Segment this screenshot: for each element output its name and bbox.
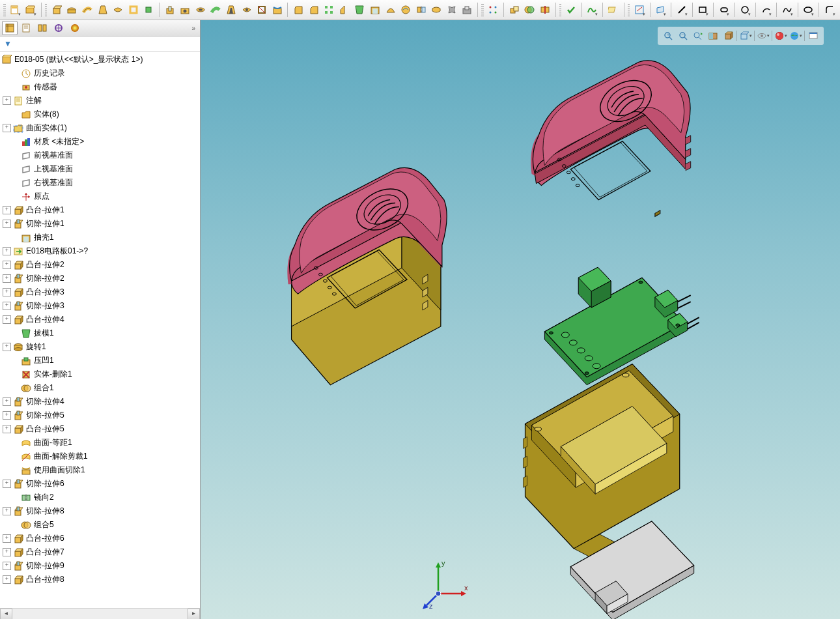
boss-tool-button[interactable] <box>142 2 156 18</box>
cut-surface-button[interactable] <box>270 2 285 18</box>
revolve-cut-button[interactable] <box>193 2 208 18</box>
tree-node[interactable]: +凸台-拉伸6 <box>0 532 200 545</box>
combine-button[interactable] <box>523 2 537 18</box>
expand-toggle[interactable]: + <box>3 274 11 283</box>
revolve-boss-button[interactable] <box>65 2 79 18</box>
expand-toggle[interactable]: + <box>3 425 11 433</box>
loft-cut-button[interactable] <box>224 2 238 18</box>
expand-toggle[interactable]: + <box>3 480 11 488</box>
collapse-panel-button[interactable]: » <box>189 25 198 32</box>
tree-node[interactable]: 镜向2 <box>0 491 200 504</box>
tree-node[interactable]: 实体-删除1 <box>0 367 200 381</box>
slot-button[interactable] <box>717 2 731 18</box>
shell-button[interactable] <box>368 2 382 18</box>
tree-node[interactable]: 曲面-解除剪裁1 <box>0 450 200 463</box>
sweep-button[interactable] <box>80 2 94 18</box>
expand-toggle[interactable]: + <box>3 220 11 228</box>
tree-node[interactable]: +切除-拉伸9 <box>0 559 200 573</box>
expand-toggle[interactable]: + <box>3 206 11 214</box>
expand-toggle[interactable]: + <box>3 562 11 570</box>
fillet-button[interactable] <box>291 2 305 18</box>
orientation-triad[interactable]: x y z <box>419 558 471 610</box>
expand-toggle[interactable]: + <box>3 124 11 132</box>
horizontal-scrollbar[interactable]: ◄ ► <box>0 608 200 619</box>
property-tab[interactable] <box>18 21 34 35</box>
thicken-button[interactable] <box>126 2 141 18</box>
sketch-button[interactable] <box>632 2 647 18</box>
scroll-left-button[interactable]: ◄ <box>0 609 12 619</box>
tree-node[interactable]: 上视基准面 <box>0 162 200 176</box>
toolbar-grip[interactable] <box>3 3 6 16</box>
toolbar-grip[interactable] <box>481 3 484 16</box>
tree-node[interactable]: +凸台-拉伸3 <box>0 285 200 299</box>
curve-button[interactable] <box>585 2 600 18</box>
boundary-button[interactable] <box>111 2 125 18</box>
flex-button[interactable] <box>429 2 443 18</box>
tree-node[interactable]: +切除-拉伸6 <box>0 477 200 491</box>
tree-node[interactable]: +曲面实体(1) <box>0 121 200 135</box>
tree-node[interactable]: +切除-拉伸1 <box>0 217 200 231</box>
dome-button[interactable] <box>384 2 398 18</box>
tree-filter-bar[interactable]: ▼ <box>0 36 200 51</box>
tree-node[interactable]: 材质 <未指定> <box>0 135 200 149</box>
tree-node[interactable]: +切除-拉伸4 <box>0 395 200 409</box>
open-button[interactable] <box>23 2 38 18</box>
deform-button[interactable] <box>445 2 459 18</box>
feature-tree-tab[interactable] <box>2 21 18 35</box>
expand-toggle[interactable]: + <box>3 343 11 351</box>
expand-toggle[interactable]: + <box>3 302 11 310</box>
expand-toggle[interactable]: + <box>3 288 11 296</box>
ref-geom-button[interactable] <box>606 2 621 18</box>
scroll-track[interactable] <box>12 609 188 619</box>
tree-node[interactable]: 抽壳1 <box>0 231 200 244</box>
mirror-button[interactable] <box>414 2 428 18</box>
arc-button[interactable] <box>759 2 774 18</box>
tree-node[interactable]: +凸台-拉伸1 <box>0 203 200 217</box>
scroll-right-button[interactable]: ► <box>188 609 200 619</box>
expand-toggle[interactable]: + <box>3 397 11 406</box>
check-button[interactable] <box>564 2 578 18</box>
expand-toggle[interactable]: + <box>3 534 11 543</box>
tree-node[interactable]: +切除-拉伸3 <box>0 299 200 313</box>
tree-node[interactable]: 组合1 <box>0 381 200 395</box>
new-doc-button[interactable] <box>8 2 23 18</box>
fillet-sketch-button[interactable] <box>822 2 837 18</box>
linear-pattern-button[interactable] <box>486 2 501 18</box>
pattern-button[interactable] <box>322 2 336 18</box>
expand-toggle[interactable]: + <box>3 575 11 584</box>
boundary-cut-button[interactable] <box>240 2 254 18</box>
sweep-cut-button[interactable] <box>209 2 223 18</box>
thicken-cut-button[interactable] <box>255 2 269 18</box>
circle-button[interactable] <box>738 2 752 18</box>
graphics-viewport[interactable]: + − <box>201 20 840 619</box>
tree-node[interactable]: +E018电路板01->? <box>0 244 200 258</box>
expand-toggle[interactable]: + <box>3 411 11 420</box>
ellipse-button[interactable] <box>802 2 816 18</box>
expand-toggle[interactable]: + <box>3 315 11 324</box>
tree-node[interactable]: +注解 <box>0 94 200 108</box>
expand-toggle[interactable]: + <box>3 548 11 556</box>
dimxpert-tab[interactable] <box>51 21 66 35</box>
tree-node[interactable]: 曲面-等距1 <box>0 436 200 450</box>
rect-button[interactable] <box>695 2 710 18</box>
tree-node[interactable]: +凸台-拉伸4 <box>0 313 200 326</box>
tree-node[interactable]: 实体(8) <box>0 108 200 121</box>
tree-node[interactable]: +凸台-拉伸2 <box>0 258 200 272</box>
split-button[interactable] <box>538 2 552 18</box>
toolbar-grip[interactable] <box>628 3 630 16</box>
root-node[interactable]: E018-05 (默认<<默认>_显示状态 1>) <box>0 53 200 66</box>
tree-node[interactable]: +凸台-拉伸8 <box>0 573 200 586</box>
expand-toggle[interactable]: + <box>3 261 11 269</box>
config-tab[interactable] <box>35 21 50 35</box>
wrap-button[interactable] <box>399 2 413 18</box>
tree-node[interactable]: 使用曲面切除1 <box>0 463 200 477</box>
hole-wizard-button[interactable] <box>178 2 193 18</box>
spline-button[interactable] <box>780 2 794 18</box>
loft-button[interactable] <box>96 2 110 18</box>
tree-node[interactable]: +切除-拉伸2 <box>0 272 200 285</box>
tree-node[interactable]: 右视基准面 <box>0 176 200 190</box>
indent-button[interactable] <box>460 2 475 18</box>
tree-node[interactable]: 拔模1 <box>0 326 200 340</box>
tree-node[interactable]: 组合5 <box>0 518 200 532</box>
tree-node[interactable]: 前视基准面 <box>0 149 200 162</box>
